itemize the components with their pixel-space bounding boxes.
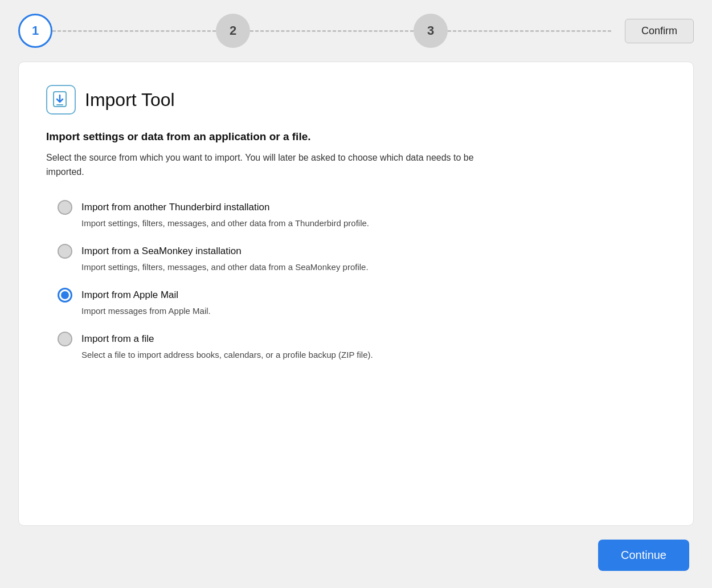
- step-line-1: [52, 30, 216, 32]
- step-2: 2: [216, 14, 250, 48]
- option-seamonkey-row: Import from a SeaMonkey installation: [58, 244, 666, 259]
- card-header: Import Tool: [46, 85, 666, 115]
- option-seamonkey-label: Import from a SeaMonkey installation: [81, 246, 242, 257]
- option-file-desc: Select a file to import address books, c…: [81, 350, 666, 360]
- option-file: Import from a file Select a file to impo…: [58, 332, 666, 360]
- option-applemail-desc: Import messages from Apple Mail.: [81, 306, 666, 316]
- option-thunderbird-desc: Import settings, filters, messages, and …: [81, 218, 666, 228]
- option-seamonkey-desc: Import settings, filters, messages, and …: [81, 262, 666, 272]
- option-applemail: Import from Apple Mail Import messages f…: [58, 288, 666, 316]
- stepper-bar: 1 2 3 Confirm: [0, 0, 712, 62]
- step-line-3: [448, 30, 611, 32]
- card-title: Import Tool: [85, 89, 175, 111]
- option-applemail-label: Import from Apple Mail: [81, 289, 178, 301]
- option-seamonkey: Import from a SeaMonkey installation Imp…: [58, 244, 666, 272]
- option-file-label: Import from a file: [81, 333, 154, 345]
- confirm-button[interactable]: Confirm: [625, 19, 694, 43]
- radio-applemail[interactable]: [58, 288, 72, 303]
- options-list: Import from another Thunderbird installa…: [46, 200, 666, 360]
- continue-button[interactable]: Continue: [598, 540, 689, 571]
- step-3: 3: [414, 14, 448, 48]
- radio-seamonkey[interactable]: [58, 244, 72, 259]
- step-line-2: [250, 30, 414, 32]
- section-description: Select the source from which you want to…: [46, 151, 513, 179]
- import-tool-icon: [46, 85, 76, 115]
- step-1: 1: [18, 14, 52, 48]
- option-thunderbird: Import from another Thunderbird installa…: [58, 200, 666, 228]
- section-heading: Import settings or data from an applicat…: [46, 130, 666, 143]
- option-thunderbird-row: Import from another Thunderbird installa…: [58, 200, 666, 215]
- footer: Continue: [0, 526, 712, 588]
- option-applemail-row: Import from Apple Mail: [58, 288, 666, 303]
- option-thunderbird-label: Import from another Thunderbird installa…: [81, 202, 269, 213]
- radio-thunderbird[interactable]: [58, 200, 72, 215]
- option-file-row: Import from a file: [58, 332, 666, 346]
- radio-file[interactable]: [58, 332, 72, 346]
- main-card: Import Tool Import settings or data from…: [18, 62, 694, 526]
